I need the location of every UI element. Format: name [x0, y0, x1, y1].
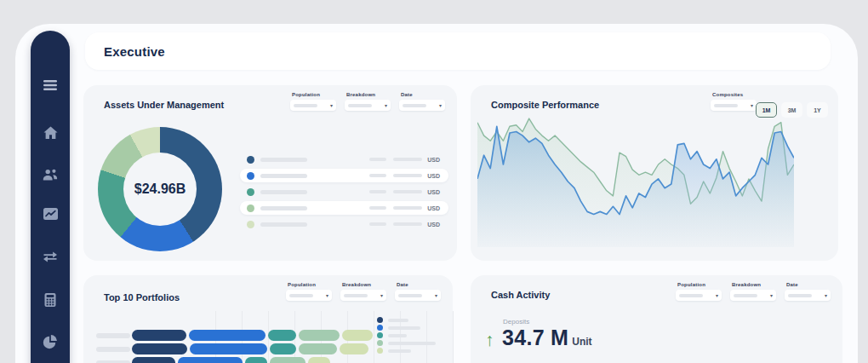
portfolio-name-placeholder [96, 360, 130, 363]
legend-name-placeholder [260, 158, 307, 162]
filter-breakdown: Breakdown▾ [340, 282, 386, 301]
legend-dot [247, 205, 254, 212]
filter-label: Date [401, 92, 445, 97]
top10-legend [377, 317, 436, 355]
bar-segment [270, 357, 306, 363]
dashboard-root: Executive Assets Under Management Popula… [0, 0, 868, 363]
home-icon[interactable] [31, 123, 70, 143]
portfolio-bar-row[interactable] [96, 343, 373, 354]
legend-dot [377, 317, 383, 323]
top10-legend-row[interactable] [377, 317, 436, 323]
composites-select[interactable]: ▾ [711, 100, 757, 111]
filter-breakdown: Breakdown▾ [345, 92, 391, 111]
chevron-down-icon: ▾ [330, 103, 333, 108]
top10-legend-row[interactable] [377, 340, 436, 346]
select-placeholder [788, 294, 812, 297]
filter-label: Population [288, 282, 332, 287]
legend-name-placeholder [388, 319, 408, 322]
breakdown-select[interactable]: ▾ [345, 100, 391, 111]
filter-label: Composites [712, 92, 757, 97]
value-placeholder [369, 174, 386, 177]
chevron-down-icon: ▾ [751, 103, 753, 108]
bar-segment [299, 343, 337, 354]
bar-segment [340, 343, 368, 354]
card-title: Top 10 Portfolios [104, 292, 180, 302]
portfolio-bars-list [96, 330, 373, 363]
aum-legend-row[interactable]: USD [240, 153, 448, 166]
filter-population: Population▾ [290, 92, 336, 111]
top10-legend-row[interactable] [377, 332, 436, 338]
population-select[interactable]: ▾ [290, 100, 336, 111]
transfers-icon[interactable] [31, 246, 70, 267]
card-title: Composite Performance [491, 100, 599, 110]
aum-legend-row[interactable]: USD [240, 201, 448, 215]
deposits-metric: 34.7 M Unit [502, 326, 592, 350]
select-placeholder [714, 104, 738, 107]
menu-icon[interactable] [31, 75, 70, 95]
chevron-down-icon: ▾ [435, 293, 437, 298]
legend-name-placeholder [260, 222, 307, 227]
population-select[interactable]: ▾ [286, 290, 332, 301]
currency-label: USD [427, 173, 440, 179]
portfolio-name-placeholder [96, 347, 130, 352]
cash-filters: Population▾Breakdown▾Date▾ [676, 282, 831, 301]
value-placeholder [393, 206, 422, 210]
aum-legend-row[interactable]: USD [240, 217, 448, 231]
select-placeholder [348, 104, 372, 107]
portfolio-bar-row[interactable] [96, 357, 373, 363]
performance-icon[interactable] [31, 204, 70, 224]
aum-legend-row[interactable]: USD [240, 169, 448, 182]
value-placeholder [369, 190, 386, 193]
filter-label: Breakdown [342, 282, 386, 287]
sidebar [31, 31, 70, 363]
value-placeholder [393, 174, 422, 177]
aum-legend-row[interactable]: USD [240, 185, 448, 199]
select-placeholder [679, 294, 703, 297]
date-select[interactable]: ▾ [395, 290, 441, 301]
bar-segment [178, 357, 243, 363]
card-title: Assets Under Management [104, 100, 224, 110]
legend-name-placeholder [260, 206, 307, 210]
legend-name-placeholder [260, 190, 307, 194]
legend-dot [377, 332, 383, 338]
date-select[interactable]: ▾ [399, 100, 445, 111]
top10-legend-row[interactable] [377, 348, 436, 354]
filter-population: Population▾ [286, 282, 332, 301]
allocation-pie-icon[interactable] [31, 331, 70, 352]
population-select[interactable]: ▾ [676, 290, 722, 301]
currency-label: USD [427, 205, 440, 211]
chevron-down-icon: ▾ [385, 103, 387, 108]
bar-segment [189, 330, 265, 341]
top10-legend-row[interactable] [377, 325, 436, 331]
legend-dot [377, 325, 383, 331]
date-select[interactable]: ▾ [785, 290, 831, 301]
currency-label: USD [427, 189, 440, 195]
filter-label: Population [677, 282, 722, 287]
deposits-value: 34.7 M [502, 326, 568, 350]
currency-label: USD [427, 222, 440, 228]
chevron-down-icon: ▾ [716, 293, 718, 298]
currency-label: USD [427, 157, 440, 163]
bar-segment [308, 357, 329, 363]
composites-filter: Composites ▾ [711, 92, 757, 111]
bar-segment [190, 343, 267, 354]
chevron-down-icon: ▾ [380, 293, 383, 298]
bar-segment [132, 343, 187, 354]
calculator-icon[interactable] [31, 290, 70, 310]
clients-icon[interactable] [31, 164, 70, 185]
chevron-down-icon: ▾ [326, 293, 328, 298]
top10-filters: Population▾Breakdown▾Date▾ [286, 282, 441, 301]
bar-segment [245, 357, 266, 363]
breakdown-select[interactable]: ▾ [340, 290, 386, 301]
bar-segment [132, 357, 175, 363]
filter-label: Breakdown [732, 282, 776, 287]
select-placeholder [398, 294, 422, 297]
filter-date: Date▾ [785, 282, 831, 301]
legend-dot [377, 340, 383, 346]
chevron-down-icon: ▾ [439, 103, 442, 108]
bar-segment [342, 330, 373, 341]
chevron-down-icon: ▾ [770, 293, 773, 298]
breakdown-select[interactable]: ▾ [730, 290, 776, 301]
range-button-1y[interactable]: 1Y [807, 102, 828, 118]
portfolio-bar-row[interactable] [96, 330, 373, 341]
